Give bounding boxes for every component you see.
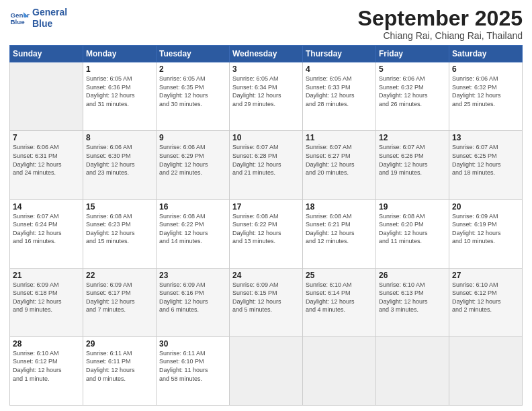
calendar-cell <box>230 336 303 405</box>
calendar-cell: 4Sunrise: 6:05 AM Sunset: 6:33 PM Daylig… <box>303 62 376 131</box>
day-info: Sunrise: 6:05 AM Sunset: 6:36 PM Dayligh… <box>86 75 153 108</box>
logo-general: General <box>32 7 67 18</box>
calendar-cell <box>303 336 376 405</box>
day-number: 25 <box>306 271 373 280</box>
calendar-cell: 21Sunrise: 6:09 AM Sunset: 6:18 PM Dayli… <box>10 268 83 336</box>
day-info: Sunrise: 6:07 AM Sunset: 6:24 PM Dayligh… <box>13 212 80 246</box>
day-header-row: SundayMondayTuesdayWednesdayThursdayFrid… <box>10 46 523 62</box>
calendar-table: SundayMondayTuesdayWednesdayThursdayFrid… <box>9 45 523 406</box>
day-info: Sunrise: 6:08 AM Sunset: 6:22 PM Dayligh… <box>232 212 300 246</box>
day-number: 11 <box>306 133 373 142</box>
day-info: Sunrise: 6:10 AM Sunset: 6:13 PM Dayligh… <box>379 281 446 314</box>
calendar-cell: 5Sunrise: 6:06 AM Sunset: 6:32 PM Daylig… <box>376 62 449 131</box>
day-info: Sunrise: 6:06 AM Sunset: 6:31 PM Dayligh… <box>13 143 80 177</box>
day-of-week-header: Tuesday <box>157 46 230 62</box>
calendar-cell: 27Sunrise: 6:10 AM Sunset: 6:12 PM Dayli… <box>449 268 523 336</box>
day-info: Sunrise: 6:06 AM Sunset: 6:32 PM Dayligh… <box>452 75 519 108</box>
day-info: Sunrise: 6:10 AM Sunset: 6:12 PM Dayligh… <box>13 349 80 383</box>
day-number: 17 <box>232 202 300 212</box>
calendar-cell: 11Sunrise: 6:07 AM Sunset: 6:27 PM Dayli… <box>303 131 376 199</box>
day-info: Sunrise: 6:11 AM Sunset: 6:10 PM Dayligh… <box>159 349 226 383</box>
logo-blue: Blue <box>32 18 67 30</box>
calendar-week-row: 28Sunrise: 6:10 AM Sunset: 6:12 PM Dayli… <box>10 336 523 405</box>
day-number: 9 <box>159 133 226 142</box>
day-info: Sunrise: 6:08 AM Sunset: 6:23 PM Dayligh… <box>86 212 153 246</box>
day-number: 22 <box>86 271 153 280</box>
day-info: Sunrise: 6:08 AM Sunset: 6:22 PM Dayligh… <box>159 212 226 246</box>
day-number: 29 <box>86 339 153 349</box>
calendar-cell: 16Sunrise: 6:08 AM Sunset: 6:22 PM Dayli… <box>157 199 230 268</box>
day-number: 26 <box>379 271 446 280</box>
calendar-cell <box>376 336 449 405</box>
day-of-week-header: Thursday <box>303 46 376 62</box>
svg-text:General: General <box>11 11 30 18</box>
day-info: Sunrise: 6:09 AM Sunset: 6:19 PM Dayligh… <box>452 212 519 246</box>
day-of-week-header: Wednesday <box>230 46 303 62</box>
day-number: 12 <box>379 133 446 142</box>
calendar-cell: 10Sunrise: 6:07 AM Sunset: 6:28 PM Dayli… <box>230 131 303 199</box>
day-number: 20 <box>452 202 519 212</box>
day-info: Sunrise: 6:08 AM Sunset: 6:20 PM Dayligh… <box>379 212 446 246</box>
calendar-cell: 8Sunrise: 6:06 AM Sunset: 6:30 PM Daylig… <box>83 131 157 199</box>
calendar-cell: 14Sunrise: 6:07 AM Sunset: 6:24 PM Dayli… <box>10 199 83 268</box>
calendar-cell: 12Sunrise: 6:07 AM Sunset: 6:26 PM Dayli… <box>376 131 449 199</box>
month-title: September 2025 <box>358 7 523 30</box>
day-number: 24 <box>232 271 300 280</box>
day-number: 16 <box>159 202 226 212</box>
day-number: 13 <box>452 133 519 142</box>
day-number: 21 <box>13 271 80 280</box>
day-info: Sunrise: 6:11 AM Sunset: 6:11 PM Dayligh… <box>86 349 153 383</box>
day-info: Sunrise: 6:09 AM Sunset: 6:17 PM Dayligh… <box>86 281 153 314</box>
day-info: Sunrise: 6:10 AM Sunset: 6:14 PM Dayligh… <box>306 281 373 314</box>
calendar-cell <box>10 62 83 131</box>
calendar-cell: 19Sunrise: 6:08 AM Sunset: 6:20 PM Dayli… <box>376 199 449 268</box>
day-info: Sunrise: 6:07 AM Sunset: 6:27 PM Dayligh… <box>306 143 373 177</box>
day-number: 7 <box>13 133 80 142</box>
calendar-cell: 29Sunrise: 6:11 AM Sunset: 6:11 PM Dayli… <box>83 336 157 405</box>
day-number: 15 <box>86 202 153 212</box>
calendar-cell: 6Sunrise: 6:06 AM Sunset: 6:32 PM Daylig… <box>449 62 523 131</box>
calendar-cell: 28Sunrise: 6:10 AM Sunset: 6:12 PM Dayli… <box>10 336 83 405</box>
page: General Blue General Blue September 2025… <box>0 0 532 411</box>
title-area: September 2025 Chiang Rai, Chiang Rai, T… <box>358 7 523 41</box>
day-of-week-header: Sunday <box>10 46 83 62</box>
calendar-cell: 1Sunrise: 6:05 AM Sunset: 6:36 PM Daylig… <box>83 62 157 131</box>
day-info: Sunrise: 6:08 AM Sunset: 6:21 PM Dayligh… <box>306 212 373 246</box>
day-number: 18 <box>306 202 373 212</box>
calendar-cell: 20Sunrise: 6:09 AM Sunset: 6:19 PM Dayli… <box>449 199 523 268</box>
day-info: Sunrise: 6:10 AM Sunset: 6:12 PM Dayligh… <box>452 281 519 314</box>
location-title: Chiang Rai, Chiang Rai, Thailand <box>358 30 523 41</box>
calendar-cell: 7Sunrise: 6:06 AM Sunset: 6:31 PM Daylig… <box>10 131 83 199</box>
calendar-week-row: 14Sunrise: 6:07 AM Sunset: 6:24 PM Dayli… <box>10 199 523 268</box>
calendar-cell: 13Sunrise: 6:07 AM Sunset: 6:25 PM Dayli… <box>449 131 523 199</box>
day-info: Sunrise: 6:05 AM Sunset: 6:33 PM Dayligh… <box>306 75 373 108</box>
day-info: Sunrise: 6:07 AM Sunset: 6:28 PM Dayligh… <box>232 143 300 177</box>
calendar-cell: 3Sunrise: 6:05 AM Sunset: 6:34 PM Daylig… <box>230 62 303 131</box>
day-number: 8 <box>86 133 153 142</box>
calendar-week-row: 1Sunrise: 6:05 AM Sunset: 6:36 PM Daylig… <box>10 62 523 131</box>
calendar-cell: 26Sunrise: 6:10 AM Sunset: 6:13 PM Dayli… <box>376 268 449 336</box>
logo: General Blue General Blue <box>9 7 67 30</box>
calendar-cell: 18Sunrise: 6:08 AM Sunset: 6:21 PM Dayli… <box>303 199 376 268</box>
calendar-cell: 23Sunrise: 6:09 AM Sunset: 6:16 PM Dayli… <box>157 268 230 336</box>
day-of-week-header: Friday <box>376 46 449 62</box>
day-info: Sunrise: 6:05 AM Sunset: 6:35 PM Dayligh… <box>159 75 226 108</box>
day-number: 3 <box>232 64 300 74</box>
calendar-cell: 25Sunrise: 6:10 AM Sunset: 6:14 PM Dayli… <box>303 268 376 336</box>
day-number: 27 <box>452 271 519 280</box>
header: General Blue General Blue September 2025… <box>9 7 523 41</box>
day-number: 1 <box>86 64 153 74</box>
day-number: 28 <box>13 339 80 349</box>
calendar-cell: 22Sunrise: 6:09 AM Sunset: 6:17 PM Dayli… <box>83 268 157 336</box>
day-number: 10 <box>232 133 300 142</box>
day-of-week-header: Monday <box>83 46 157 62</box>
day-info: Sunrise: 6:09 AM Sunset: 6:18 PM Dayligh… <box>13 281 80 314</box>
calendar-body: 1Sunrise: 6:05 AM Sunset: 6:36 PM Daylig… <box>10 62 523 406</box>
day-number: 5 <box>379 64 446 74</box>
day-of-week-header: Saturday <box>449 46 523 62</box>
day-info: Sunrise: 6:09 AM Sunset: 6:15 PM Dayligh… <box>232 281 300 314</box>
day-info: Sunrise: 6:07 AM Sunset: 6:26 PM Dayligh… <box>379 143 446 177</box>
day-number: 6 <box>452 64 519 74</box>
calendar-cell: 2Sunrise: 6:05 AM Sunset: 6:35 PM Daylig… <box>157 62 230 131</box>
calendar-cell: 30Sunrise: 6:11 AM Sunset: 6:10 PM Dayli… <box>157 336 230 405</box>
